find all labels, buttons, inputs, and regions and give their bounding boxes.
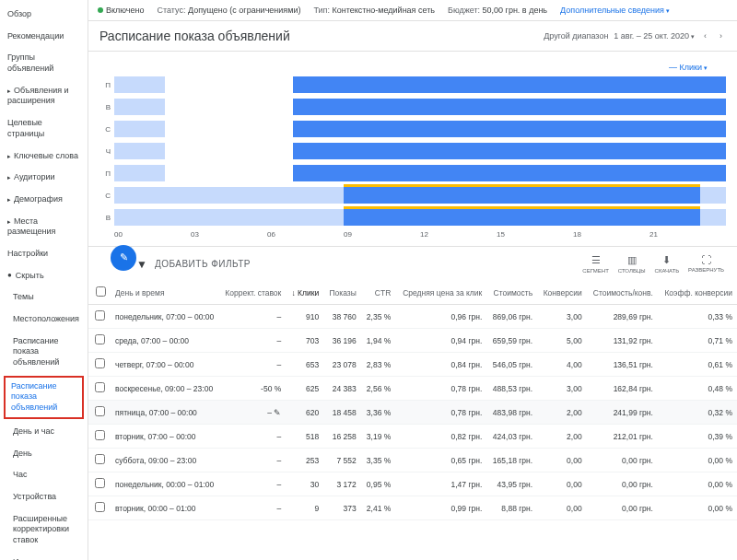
col-header[interactable]: Конверсии: [537, 281, 587, 305]
sidebar-item-13[interactable]: Расписание показа объявлений: [0, 331, 88, 374]
sidebar-item-9[interactable]: Настройки: [0, 243, 88, 265]
col-header[interactable]: Показы: [323, 281, 361, 305]
cell[interactable]: [88, 425, 111, 449]
cell[interactable]: [88, 353, 111, 377]
cell[interactable]: [88, 305, 111, 329]
cell[interactable]: [88, 401, 111, 425]
row-checkbox[interactable]: [95, 382, 105, 392]
sidebar-item-14[interactable]: Расписание показа объявлений: [4, 376, 84, 419]
col-header[interactable]: День и время: [111, 281, 218, 305]
sidebar-item-11[interactable]: Темы: [0, 286, 88, 309]
chart-legend[interactable]: — Клики: [99, 59, 726, 76]
add-filter-button[interactable]: ДОБАВИТЬ ФИЛЬТР: [155, 259, 251, 269]
select-all-checkbox[interactable]: [96, 286, 106, 297]
sidebar-item-2[interactable]: Группы объявлений: [0, 47, 88, 79]
table-row: вторник, 00:00 – 01:00–93732,41 %0,99 гр…: [88, 496, 737, 520]
cell[interactable]: [88, 329, 111, 353]
date-range-value[interactable]: 1 авг. – 25 окт. 2020: [614, 31, 695, 41]
sidebar-item-15[interactable]: День и час: [0, 421, 88, 443]
sidebar-item-1[interactable]: Рекомендации: [0, 26, 88, 48]
prev-range-icon[interactable]: ‹: [700, 31, 710, 41]
sidebar-item-8[interactable]: Места размещения: [0, 211, 88, 243]
date-range[interactable]: Другой диапазон 1 авг. – 25 окт. 2020 ‹ …: [544, 31, 726, 41]
table-row: среда, 07:00 – 00:00–70336 1961,94 %0,94…: [88, 329, 737, 353]
chart-bar-segment: [293, 143, 726, 159]
col-header[interactable]: Стоимость: [486, 281, 537, 305]
cell: –: [218, 472, 286, 496]
cell: 3,00: [537, 305, 587, 329]
sidebar-item-18[interactable]: Устройства: [0, 486, 88, 508]
cell[interactable]: [88, 472, 111, 496]
row-checkbox[interactable]: [95, 334, 105, 344]
row-checkbox[interactable]: [95, 478, 105, 488]
col-header[interactable]: Стоимость/конв.: [587, 281, 658, 305]
col-header[interactable]: Коррект. ставок: [218, 281, 286, 305]
sidebar-item-19[interactable]: Расширенные корректировки ставок: [0, 508, 88, 552]
sidebar-item-3[interactable]: Объявления и расширения: [0, 80, 88, 112]
chart-bar-track: [114, 209, 726, 226]
cell: 0,00 %: [658, 449, 737, 472]
chart-bar-segment: [293, 99, 726, 115]
row-checkbox[interactable]: [95, 454, 105, 464]
cell: 1,94 %: [361, 329, 396, 353]
tool-развернуть[interactable]: ⛶РАЗВЕРНУТЬ: [688, 254, 724, 274]
cell: 2,35 %: [361, 305, 396, 329]
chart-row-label: П: [99, 81, 114, 89]
col-header[interactable]: Коэфф. конверсии: [658, 281, 737, 305]
sidebar-item-4[interactable]: Целевые страницы: [0, 112, 88, 145]
sidebar-item-16[interactable]: День: [0, 443, 88, 465]
more-details-link[interactable]: Дополнительные сведения: [560, 6, 670, 15]
col-header[interactable]: CTR: [361, 281, 396, 305]
cell: 2,00: [537, 425, 587, 449]
col-header[interactable]: Средняя цена за клик: [395, 281, 486, 305]
sidebar-item-0[interactable]: Обзор: [0, 4, 88, 26]
cell: пятница, 07:00 – 00:00: [111, 401, 218, 425]
cell[interactable]: [88, 496, 111, 520]
row-checkbox[interactable]: [95, 358, 105, 368]
sidebar-item-10[interactable]: Скрыть: [0, 265, 88, 287]
table-row: вторник, 07:00 – 00:00–51816 2583,19 %0,…: [88, 425, 737, 449]
row-checkbox[interactable]: [95, 502, 105, 512]
cell: 18 458: [323, 401, 361, 425]
sidebar-item-17[interactable]: Час: [0, 464, 88, 486]
cell: 23 078: [323, 353, 361, 377]
tool-сегмент[interactable]: ☰СЕГМЕНТ: [582, 254, 608, 274]
cell: вторник, 00:00 – 01:00: [111, 496, 218, 520]
chart-xaxis: 0003060912151821: [114, 230, 726, 239]
sidebar-item-20[interactable]: История изменений: [0, 552, 88, 560]
sidebar-item-5[interactable]: Ключевые слова: [0, 146, 88, 168]
cell: –: [218, 449, 286, 472]
tool-скачать[interactable]: ⬇СКАЧАТЬ: [655, 254, 680, 274]
row-checkbox[interactable]: [95, 310, 105, 321]
cell: –: [218, 425, 286, 449]
chart-bar-track: [114, 99, 726, 115]
row-checkbox[interactable]: [95, 430, 105, 440]
cell[interactable]: [88, 449, 111, 472]
cell: 0,65 грн.: [395, 449, 486, 472]
sidebar-item-6[interactable]: Аудитории: [0, 167, 88, 189]
chart-row: В: [99, 208, 726, 227]
next-range-icon[interactable]: ›: [716, 31, 726, 41]
col-header[interactable]: ↓ Клики: [286, 281, 323, 305]
sidebar-item-12[interactable]: Местоположения: [0, 309, 88, 331]
row-checkbox[interactable]: [95, 406, 105, 416]
cell: 1,47 грн.: [395, 472, 486, 496]
tool-столбцы[interactable]: ▥СТОЛБЦЫ: [618, 254, 646, 274]
cell: 659,59 грн.: [486, 329, 537, 353]
cell: 0,99 грн.: [395, 496, 486, 520]
cell: 0,71 %: [658, 329, 737, 353]
cell: 0,00 %: [658, 472, 737, 496]
col-header[interactable]: [88, 281, 111, 305]
cell: 625: [286, 377, 323, 401]
chart-row: С: [99, 186, 726, 204]
cell[interactable]: [88, 377, 111, 401]
cell: 869,06 грн.: [486, 305, 537, 329]
tool-icon: ☰: [591, 254, 601, 266]
cell: понедельник, 00:00 – 01:00: [111, 472, 218, 496]
cell: 0,00: [537, 449, 587, 472]
chart-bar-segment: [114, 99, 165, 115]
add-fab-button[interactable]: ✎: [111, 245, 136, 271]
cell: 9: [286, 496, 323, 520]
sidebar-item-7[interactable]: Демография: [0, 189, 88, 211]
cell: 373: [323, 496, 361, 520]
